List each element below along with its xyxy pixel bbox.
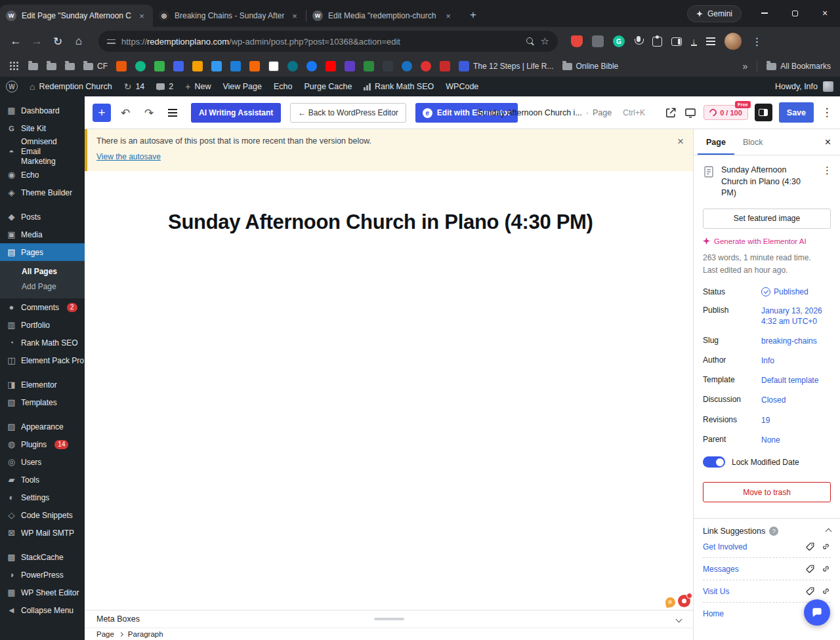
bookmark-favicon[interactable] [116, 61, 127, 71]
generate-elementor-ai-link[interactable]: Generate with Elementor AI [703, 237, 831, 245]
extension-icon[interactable] [592, 35, 604, 47]
editor-options-icon[interactable]: ⋮ [820, 106, 833, 119]
undo-icon[interactable]: ↶ [116, 104, 135, 122]
sidebar-item-wp-sheet-editor[interactable]: ▦WP Sheet Editor [0, 584, 85, 601]
tag-icon[interactable] [805, 586, 815, 596]
sidebar-item-element-pack[interactable]: ◫Element Pack Pro [0, 351, 85, 369]
collapse-menu-button[interactable]: ◄Collapse Menu [0, 601, 85, 619]
admin-bar-account[interactable]: Howdy, Info [775, 81, 840, 92]
bookmark-favicon[interactable] [287, 61, 298, 71]
sidebar-item-site-kit[interactable]: GSite Kit [0, 119, 85, 137]
bookmark-favicon[interactable] [345, 61, 355, 71]
folder-icon[interactable] [65, 63, 75, 70]
suggestion-link[interactable]: Get Involved [703, 542, 747, 551]
address-bar[interactable]: https://redemptionplano.com/wp-admin/pos… [98, 31, 558, 52]
link-suggestions-header[interactable]: Link Suggestions ? [703, 527, 831, 536]
bookmark-favicon[interactable] [249, 61, 260, 71]
grammarly-extension-icon[interactable]: G [613, 35, 625, 47]
tab-close-icon[interactable]: × [136, 11, 147, 21]
author-value[interactable]: Info [761, 355, 831, 366]
bookmark-favicon[interactable] [192, 61, 203, 71]
meta-boxes-bar[interactable]: Meta Boxes [85, 610, 693, 628]
url-text[interactable]: https://redemptionplano.com/wp-admin/pos… [121, 37, 520, 47]
sidebar-item-elementor[interactable]: ◨Elementor [0, 376, 85, 393]
discussion-value[interactable]: Closed [761, 395, 831, 405]
view-autosave-link[interactable]: View the autosave [96, 152, 161, 161]
purge-cache-menu[interactable]: Purge Cache [298, 77, 358, 96]
new-tab-button[interactable]: + [465, 7, 482, 24]
tab-queue-icon[interactable] [706, 41, 715, 42]
record-widget-icon[interactable] [678, 595, 690, 607]
gmail-bookmark-icon[interactable] [268, 61, 279, 71]
sidebar-item-tools[interactable]: ▰Tools [0, 471, 85, 489]
new-content-menu[interactable]: +New [179, 77, 217, 96]
sidebar-item-appearance[interactable]: ▨Appearance [0, 418, 85, 435]
rank-math-menu[interactable]: Rank Math SEO [358, 77, 440, 96]
gemini-button[interactable]: Gemini [687, 5, 742, 22]
lock-modified-date-toggle[interactable] [703, 456, 725, 468]
search-icon[interactable] [526, 37, 535, 46]
browser-tab-1[interactable]: W Edit Page "Sunday Afternoon Cl × [0, 5, 153, 27]
sidebar-item-comments[interactable]: ●Comments2 [0, 298, 85, 316]
parent-value[interactable]: None [761, 435, 831, 445]
site-settings-icon[interactable] [107, 39, 116, 45]
redo-icon[interactable]: ↷ [140, 104, 158, 122]
document-bar[interactable]: Sunday Afternoon Church i... · Page Ctrl… [477, 96, 645, 129]
sidebar-item-media[interactable]: ▣Media [0, 226, 85, 243]
list-view-icon[interactable] [163, 104, 182, 122]
slug-value[interactable]: breaking-chains [761, 336, 831, 346]
bookmark-favicon[interactable] [383, 61, 393, 71]
sidebar-item-theme-builder[interactable]: ◈Theme Builder [0, 184, 85, 201]
folder-icon[interactable] [47, 63, 56, 70]
bookmark-favicon[interactable] [230, 61, 241, 71]
extensions-puzzle-icon[interactable] [652, 37, 662, 47]
bookmark-favicon[interactable] [421, 61, 431, 71]
forward-icon[interactable]: → [26, 31, 47, 52]
sidebar-item-omnisend[interactable]: ◓Omnisend Email Marketing [0, 137, 85, 166]
tag-icon[interactable] [805, 564, 815, 574]
side-panel-icon[interactable] [671, 37, 682, 46]
back-to-wordpress-editor-button[interactable]: ← Back to WordPress Editor [290, 103, 406, 123]
device-preview-icon[interactable] [684, 106, 697, 119]
editor-canvas[interactable]: Sunday Afternoon Church in Plano (4:30 P… [85, 171, 693, 610]
sidebar-item-stackcache[interactable]: ▩StackCache [0, 548, 85, 566]
revisions-value[interactable]: 19 [761, 415, 831, 426]
save-button[interactable]: Save [779, 102, 814, 123]
browser-menu-icon[interactable]: ⋮ [751, 35, 764, 48]
suggestion-link[interactable]: Home [703, 609, 724, 618]
maximize-button[interactable] [780, 0, 810, 26]
sidebar-item-users[interactable]: ◎Users [0, 453, 85, 471]
minimize-button[interactable] [749, 0, 780, 26]
bookmark-favicon[interactable] [402, 61, 412, 71]
bookmark-favicon[interactable] [440, 61, 450, 71]
sidebar-item-echo[interactable]: ◉Echo [0, 166, 85, 184]
sidebar-item-templates[interactable]: ▧Templates [0, 393, 85, 411]
tab-close-icon[interactable]: × [443, 11, 453, 21]
move-to-trash-button[interactable]: Move to trash [703, 482, 831, 502]
sidebar-item-posts[interactable]: ◆Posts [0, 208, 85, 226]
sidebar-item-rank-math[interactable]: ◔Rank Math SEO [0, 334, 85, 351]
status-value[interactable]: Published [774, 287, 808, 296]
profile-avatar[interactable] [724, 33, 742, 50]
tab-close-icon[interactable]: × [289, 11, 300, 21]
link-icon[interactable] [821, 542, 831, 551]
breadcrumb-current[interactable]: Paragraph [128, 630, 163, 638]
submenu-all-pages[interactable]: All Pages [0, 264, 85, 279]
youtube-bookmark-icon[interactable] [326, 61, 336, 71]
settings-sidebar-toggle[interactable] [755, 104, 772, 121]
sidebar-item-settings[interactable]: ◐Settings [0, 489, 85, 506]
mic-icon[interactable] [634, 36, 643, 47]
home-icon[interactable]: ⌂ [68, 31, 89, 52]
set-featured-image-button[interactable]: Set featured image [703, 209, 831, 229]
folder-icon[interactable] [28, 63, 38, 70]
bookmark-12-steps[interactable]: The 12 Steps | Life R... [459, 61, 554, 71]
close-panel-icon[interactable]: × [825, 136, 836, 148]
browser-tab-2[interactable]: ◎ Breaking Chains - Sunday After × [153, 5, 306, 27]
view-page-menu[interactable]: View Page [217, 77, 268, 96]
bookmark-online-bible[interactable]: Online Bible [562, 62, 619, 71]
tab-page[interactable]: Page [698, 129, 734, 155]
suggestion-link[interactable]: Visit Us [703, 587, 729, 596]
dismiss-notice-icon[interactable]: × [677, 135, 684, 148]
facebook-bookmark-icon[interactable] [306, 61, 317, 71]
reload-icon[interactable]: ↻ [47, 31, 68, 52]
